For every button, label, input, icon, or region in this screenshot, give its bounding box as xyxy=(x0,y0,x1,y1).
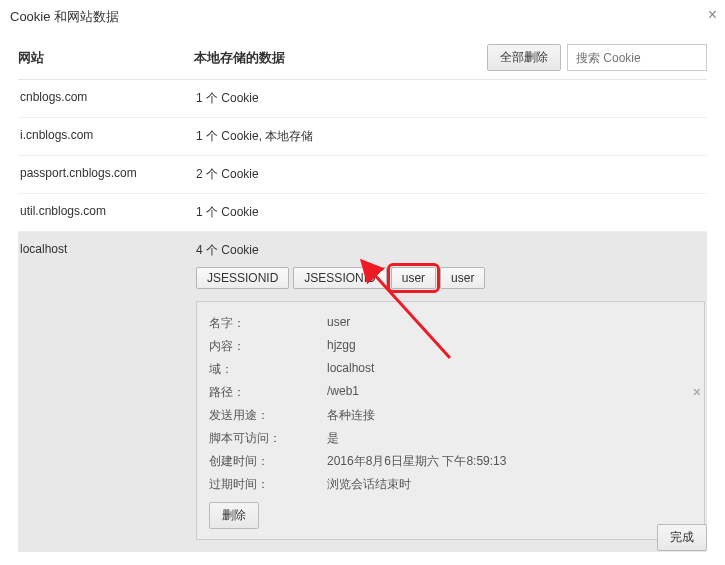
dialog-title: Cookie 和网站数据 xyxy=(0,0,725,34)
detail-value: 2016年8月6日星期六 下午8:59:13 xyxy=(327,453,692,470)
done-button[interactable]: 完成 xyxy=(657,524,707,551)
site-cell: passport.cnblogs.com xyxy=(20,166,196,180)
detail-value: 各种连接 xyxy=(327,407,692,424)
detail-value: 是 xyxy=(327,430,692,447)
detail-value: hjzgg xyxy=(327,338,692,355)
detail-value: user xyxy=(327,315,692,332)
cookie-detail-panel: 名字：user 内容：hjzgg 域：localhost 路径：/web1 发送… xyxy=(196,301,705,540)
cookie-chips: JSESSIONID JSESSIONID user user xyxy=(196,267,705,289)
detail-label: 过期时间： xyxy=(209,476,327,493)
table-header: 网站 本地存储的数据 全部删除 xyxy=(18,44,707,80)
detail-value: /web1 xyxy=(327,384,692,401)
search-input[interactable] xyxy=(567,44,707,71)
table-row[interactable]: cnblogs.com 1 个 Cookie xyxy=(18,80,707,118)
delete-all-button[interactable]: 全部删除 xyxy=(487,44,561,71)
cookie-table: cnblogs.com 1 个 Cookie i.cnblogs.com 1 个… xyxy=(18,80,707,552)
cookie-chip[interactable]: JSESSIONID xyxy=(196,267,289,289)
detail-label: 创建时间： xyxy=(209,453,327,470)
site-cell: cnblogs.com xyxy=(20,90,196,104)
table-row[interactable]: i.cnblogs.com 1 个 Cookie, 本地存储 xyxy=(18,118,707,156)
data-cell: 2 个 Cookie xyxy=(196,166,705,183)
table-row-selected[interactable]: localhost 4 个 Cookie JSESSIONID JSESSION… xyxy=(18,232,707,552)
data-cell: 4 个 Cookie xyxy=(196,242,705,259)
data-cell: 1 个 Cookie xyxy=(196,204,705,221)
row-close-icon[interactable]: × xyxy=(693,384,701,400)
header-site: 网站 xyxy=(18,49,194,67)
delete-cookie-button[interactable]: 删除 xyxy=(209,502,259,529)
detail-label: 发送用途： xyxy=(209,407,327,424)
cookie-chip[interactable]: JSESSIONID xyxy=(293,267,386,289)
close-icon[interactable]: × xyxy=(708,6,717,24)
detail-label: 路径： xyxy=(209,384,327,401)
header-data: 本地存储的数据 xyxy=(194,49,487,67)
table-row[interactable]: util.cnblogs.com 1 个 Cookie xyxy=(18,194,707,232)
cookie-chip-highlighted[interactable]: user xyxy=(391,267,436,289)
detail-value: 浏览会话结束时 xyxy=(327,476,692,493)
detail-label: 脚本可访问： xyxy=(209,430,327,447)
table-row[interactable]: passport.cnblogs.com 2 个 Cookie xyxy=(18,156,707,194)
detail-label: 名字： xyxy=(209,315,327,332)
site-cell: util.cnblogs.com xyxy=(20,204,196,218)
data-cell: 1 个 Cookie xyxy=(196,90,705,107)
detail-label: 内容： xyxy=(209,338,327,355)
detail-value: localhost xyxy=(327,361,692,378)
detail-label: 域： xyxy=(209,361,327,378)
cookie-chip[interactable]: user xyxy=(440,267,485,289)
data-cell: 1 个 Cookie, 本地存储 xyxy=(196,128,705,145)
site-cell: i.cnblogs.com xyxy=(20,128,196,142)
site-cell: localhost xyxy=(20,242,196,256)
